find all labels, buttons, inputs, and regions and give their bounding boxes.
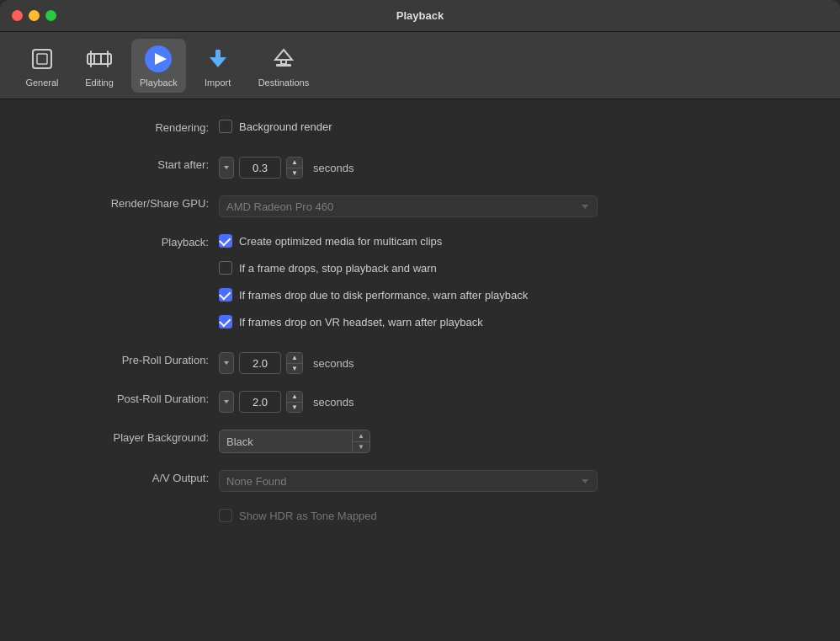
post-roll-dropdown[interactable] [219, 391, 234, 413]
toolbar-item-general[interactable]: General [17, 39, 67, 93]
pre-roll-label: Pre-Roll Duration: [51, 352, 219, 366]
start-after-seconds: seconds [313, 162, 354, 174]
pre-roll-control: 2.0 ▲ ▼ seconds [219, 352, 789, 374]
playback-check-1: If a frame drops, stop playback and warn [219, 261, 528, 275]
close-button[interactable] [12, 10, 23, 21]
svg-marker-18 [582, 479, 588, 483]
post-roll-stepper[interactable]: ▲ ▼ [286, 391, 303, 413]
toolbar-label-editing: Editing [85, 77, 114, 88]
maximize-button[interactable] [45, 10, 56, 21]
render-gpu-label: Render/Share GPU: [51, 195, 219, 210]
svg-rect-1 [37, 54, 47, 64]
toolbar-item-destinations[interactable]: Destinations [250, 39, 318, 93]
pre-roll-value[interactable]: 2.0 [239, 352, 281, 374]
show-hdr-row: Show HDR as Tone Mapped [51, 509, 789, 529]
playback-icon [143, 44, 173, 74]
pre-roll-increment[interactable]: ▲ [287, 353, 302, 363]
svg-marker-16 [224, 361, 229, 365]
toolbar-label-playback: Playback [140, 77, 178, 88]
minimize-button[interactable] [29, 10, 40, 21]
post-roll-increment[interactable]: ▲ [287, 392, 302, 402]
player-bg-row: Player Background: Black ▲ ▼ [51, 430, 789, 453]
post-roll-decrement[interactable]: ▼ [287, 402, 302, 413]
player-bg-down[interactable]: ▼ [353, 441, 369, 453]
pre-roll-decrement[interactable]: ▼ [287, 363, 302, 374]
player-bg-up[interactable]: ▲ [353, 430, 369, 441]
av-output-value: None Found [226, 475, 287, 488]
player-bg-select[interactable]: Black ▲ ▼ [219, 430, 370, 453]
av-output-label: A/V Output: [51, 470, 219, 484]
render-gpu-row: Render/Share GPU: AMD Radeon Pro 460 [51, 195, 789, 217]
svg-marker-17 [224, 400, 229, 403]
svg-marker-14 [224, 166, 229, 169]
editing-icon [84, 44, 114, 74]
frame-drops-disk-label: If frames drop due to disk performance, … [239, 289, 528, 302]
player-bg-control: Black ▲ ▼ [219, 430, 789, 453]
av-output-row: A/V Output: None Found [51, 470, 789, 492]
svg-marker-15 [582, 205, 588, 209]
playback-row: Playback: Create optimized media for mul… [51, 234, 789, 335]
render-gpu-select[interactable]: AMD Radeon Pro 460 [219, 195, 598, 217]
window-title: Playback [396, 9, 444, 22]
svg-rect-0 [33, 50, 51, 68]
post-roll-value[interactable]: 2.0 [239, 391, 281, 413]
start-after-decrement[interactable]: ▼ [287, 168, 302, 179]
frame-drops-stop-checkbox[interactable] [219, 261, 232, 275]
svg-rect-13 [281, 60, 286, 64]
player-bg-label: Player Background: [51, 430, 219, 444]
toolbar: General Editing Playback [0, 32, 840, 99]
start-after-row: Start after: 0.3 ▲ ▼ seconds [51, 157, 789, 179]
start-after-dropdown[interactable] [219, 157, 234, 179]
rendering-label: Rendering: [51, 120, 219, 134]
av-output-control: None Found [219, 470, 789, 492]
title-bar: Playback [0, 0, 840, 32]
optimized-media-label: Create optimized media for multicam clip… [239, 235, 442, 248]
background-render-checkbox[interactable] [219, 120, 232, 133]
start-after-label: Start after: [51, 157, 219, 171]
toolbar-item-playback[interactable]: Playback [131, 39, 186, 93]
playback-checkbox-stack: Create optimized media for multicam clip… [219, 234, 528, 335]
playback-check-2: If frames drop due to disk performance, … [219, 288, 528, 302]
import-icon [203, 44, 233, 74]
show-hdr-label: Show HDR as Tone Mapped [239, 510, 377, 522]
render-gpu-control: AMD Radeon Pro 460 [219, 195, 789, 217]
frame-drops-stop-label: If a frame drops, stop playback and warn [239, 262, 437, 275]
pre-roll-dropdown[interactable] [219, 352, 234, 374]
playback-label: Playback: [51, 234, 219, 248]
start-after-value[interactable]: 0.3 [239, 157, 281, 179]
render-gpu-value: AMD Radeon Pro 460 [226, 200, 333, 213]
rendering-row: Rendering: Background render [51, 120, 789, 140]
show-hdr-control: Show HDR as Tone Mapped [219, 509, 789, 529]
post-roll-control: 2.0 ▲ ▼ seconds [219, 391, 789, 413]
post-roll-seconds: seconds [313, 396, 354, 409]
general-icon [27, 44, 57, 74]
toolbar-label-general: General [25, 77, 58, 88]
playback-check-0: Create optimized media for multicam clip… [219, 234, 528, 248]
player-bg-arrows: ▲ ▼ [353, 430, 369, 452]
start-after-increment[interactable]: ▲ [287, 158, 302, 168]
post-roll-row: Post-Roll Duration: 2.0 ▲ ▼ seconds [51, 391, 789, 413]
frame-drops-vr-checkbox[interactable] [219, 315, 232, 329]
svg-marker-12 [275, 50, 292, 60]
background-render-row: Background render [219, 120, 332, 133]
post-roll-label: Post-Roll Duration: [51, 391, 219, 405]
optimized-media-checkbox[interactable] [219, 234, 232, 248]
frame-drops-disk-checkbox[interactable] [219, 288, 232, 302]
background-render-label: Background render [239, 120, 332, 133]
toolbar-label-import: Import [205, 77, 231, 88]
frame-drops-vr-label: If frames drop on VR headset, warn after… [239, 316, 483, 329]
show-hdr-checkbox-row: Show HDR as Tone Mapped [219, 509, 377, 522]
pre-roll-seconds: seconds [313, 357, 354, 370]
content-area: Rendering: Background render Start after… [0, 99, 840, 566]
playback-check-3: If frames drop on VR headset, warn after… [219, 315, 528, 329]
start-after-control: 0.3 ▲ ▼ seconds [219, 157, 789, 179]
pre-roll-stepper[interactable]: ▲ ▼ [286, 352, 303, 374]
av-output-select[interactable]: None Found [219, 470, 598, 492]
traffic-lights [12, 10, 56, 21]
show-hdr-spacer [51, 509, 219, 510]
toolbar-item-import[interactable]: Import [193, 39, 243, 93]
start-after-stepper[interactable]: ▲ ▼ [286, 157, 303, 179]
toolbar-item-editing[interactable]: Editing [74, 39, 125, 93]
player-bg-value: Black [220, 435, 352, 448]
show-hdr-checkbox[interactable] [219, 509, 232, 522]
